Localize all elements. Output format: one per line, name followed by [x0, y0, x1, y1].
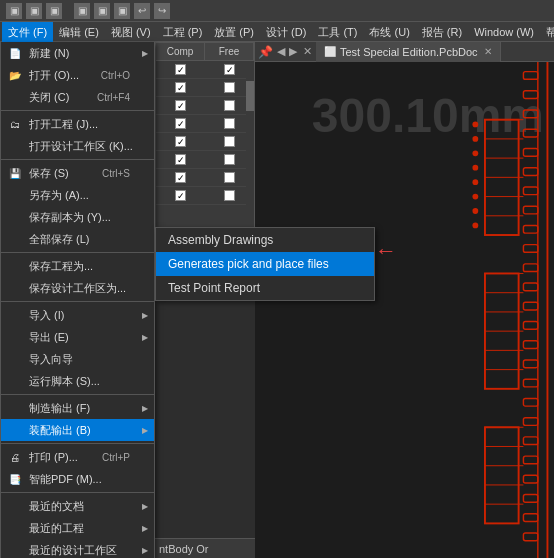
menu-save-copy[interactable]: 保存副本为 (Y)...	[1, 206, 154, 228]
toolbar-icon-7[interactable]: ↩	[134, 3, 150, 19]
assembly-submenu: Assembly Drawings Generates pick and pla…	[155, 227, 375, 301]
scrollbar-v[interactable]	[246, 61, 254, 231]
checkbox-comp-8[interactable]	[175, 190, 186, 201]
menu-help[interactable]: 帮助 (H)	[540, 22, 554, 42]
pcb-traces	[464, 62, 554, 558]
svg-point-48	[472, 136, 478, 142]
checkbox-comp-7[interactable]	[175, 172, 186, 183]
menu-report[interactable]: 报告 (R)	[416, 22, 468, 42]
separator-1	[1, 110, 154, 111]
panel-row-8	[156, 187, 254, 205]
toolbar-icon-2[interactable]: ▣	[26, 3, 42, 19]
svg-rect-15	[523, 322, 537, 330]
menu-export[interactable]: 导出 (E)	[1, 326, 154, 348]
menu-edit[interactable]: 编辑 (E)	[53, 22, 105, 42]
check-comp-1[interactable]	[156, 64, 205, 75]
check-comp-8[interactable]	[156, 190, 205, 201]
toolbar-icon-6[interactable]: ▣	[114, 3, 130, 19]
menu-open-workspace[interactable]: 打开设计工作区 (K)...	[1, 135, 154, 157]
menu-save-workspace-as[interactable]: 保存设计工作区为...	[1, 277, 154, 299]
check-comp-6[interactable]	[156, 154, 205, 165]
pin-icon[interactable]: 📌	[257, 44, 273, 60]
menu-save[interactable]: 💾 保存 (S) Ctrl+S	[1, 162, 154, 184]
submenu-test-point[interactable]: Test Point Report	[156, 276, 374, 300]
checkbox-comp-1[interactable]	[175, 64, 186, 75]
checkbox-free-7[interactable]	[224, 172, 235, 183]
checkbox-free-6[interactable]	[224, 154, 235, 165]
checkbox-free-4[interactable]	[224, 118, 235, 129]
menu-run-script[interactable]: 运行脚本 (S)...	[1, 370, 154, 392]
check-comp-5[interactable]	[156, 136, 205, 147]
svg-rect-6	[523, 149, 537, 157]
menu-window[interactable]: Window (W)	[468, 22, 540, 42]
toolbar-icon-8[interactable]: ↪	[154, 3, 170, 19]
menu-file[interactable]: 文件 (F)	[2, 22, 53, 42]
checkbox-free-2[interactable]	[224, 82, 235, 93]
check-comp-7[interactable]	[156, 172, 205, 183]
check-comp-4[interactable]	[156, 118, 205, 129]
submenu-assembly-drawings[interactable]: Assembly Drawings	[156, 228, 374, 252]
menu-save-all[interactable]: 全部保存 (L)	[1, 228, 154, 250]
tab-arrow-right[interactable]: ▶	[287, 45, 299, 58]
checkbox-comp-5[interactable]	[175, 136, 186, 147]
svg-rect-21	[523, 437, 537, 445]
menu-assembly-output[interactable]: 装配输出 (B)	[1, 419, 154, 441]
pcb-canvas: 300.10mm	[255, 62, 554, 558]
check-comp-2[interactable]	[156, 82, 205, 93]
submenu-pick-place[interactable]: Generates pick and place files	[156, 252, 374, 276]
menu-design[interactable]: 设计 (D)	[260, 22, 312, 42]
tab-pcbdoc[interactable]: ⬜ Test Special Edition.PcbDoc ✕	[316, 42, 501, 62]
menu-place[interactable]: 放置 (P)	[208, 22, 260, 42]
checkbox-comp-6[interactable]	[175, 154, 186, 165]
panel-row-4	[156, 115, 254, 133]
checkbox-comp-2[interactable]	[175, 82, 186, 93]
top-toolbar: ▣ ▣ ▣ ▣ ▣ ▣ ↩ ↪	[0, 0, 554, 22]
separator-4	[1, 301, 154, 302]
check-comp-3[interactable]	[156, 100, 205, 111]
scrollbar-thumb[interactable]	[246, 81, 254, 111]
checkbox-free-3[interactable]	[224, 100, 235, 111]
toolbar-icon-1[interactable]: ▣	[6, 3, 22, 19]
menu-save-as[interactable]: 另存为 (A)...	[1, 184, 154, 206]
menu-import[interactable]: 导入 (I)	[1, 304, 154, 326]
svg-rect-12	[523, 264, 537, 272]
menu-fab-output[interactable]: 制造输出 (F)	[1, 397, 154, 419]
menu-open[interactable]: 📂 打开 (O)... Ctrl+O	[1, 64, 154, 86]
tab-label: Test Special Edition.PcbDoc	[340, 46, 478, 58]
print-shortcut: Ctrl+P	[102, 452, 146, 463]
menu-route[interactable]: 布线 (U)	[363, 22, 415, 42]
tab-close-button[interactable]: ✕	[484, 46, 492, 57]
svg-point-53	[472, 208, 478, 214]
svg-rect-20	[523, 418, 537, 426]
checkbox-comp-4[interactable]	[175, 118, 186, 129]
checkbox-free-8[interactable]	[224, 190, 235, 201]
bottom-status-text: ntBody Or	[159, 543, 209, 555]
menu-tools[interactable]: 工具 (T)	[312, 22, 363, 42]
menu-import-wizard[interactable]: 导入向导	[1, 348, 154, 370]
menu-open-project[interactable]: 🗂 打开工程 (J)...	[1, 113, 154, 135]
checkbox-free-1[interactable]	[224, 64, 235, 75]
menu-recent-docs[interactable]: 最近的文档	[1, 495, 154, 517]
tab-bar: 📌 ◀ ▶ ✕ ⬜ Test Special Edition.PcbDoc ✕	[255, 42, 554, 62]
svg-rect-29	[485, 427, 519, 523]
menu-view[interactable]: 视图 (V)	[105, 22, 157, 42]
toolbar-icon-4[interactable]: ▣	[74, 3, 90, 19]
svg-rect-14	[523, 302, 537, 310]
toolbar-icon-3[interactable]: ▣	[46, 3, 62, 19]
menu-recent-workspaces[interactable]: 最近的设计工作区	[1, 539, 154, 558]
main-area: 📄 新建 (N) 📂 打开 (O)... Ctrl+O 关闭 (C) Ctrl+…	[0, 42, 554, 558]
panel-row-3	[156, 97, 254, 115]
toolbar-icon-5[interactable]: ▣	[94, 3, 110, 19]
checkbox-free-5[interactable]	[224, 136, 235, 147]
menu-project[interactable]: 工程 (P)	[157, 22, 209, 42]
menu-recent-projects[interactable]: 最近的工程	[1, 517, 154, 539]
pdf-icon: 📑	[7, 471, 23, 487]
tab-close-all[interactable]: ✕	[299, 45, 316, 58]
menu-new[interactable]: 📄 新建 (N)	[1, 42, 154, 64]
menu-smart-pdf[interactable]: 📑 智能PDF (M)...	[1, 468, 154, 490]
menu-print[interactable]: 🖨 打印 (P)... Ctrl+P	[1, 446, 154, 468]
menu-save-project-as[interactable]: 保存工程为...	[1, 255, 154, 277]
tab-arrow-left[interactable]: ◀	[275, 45, 287, 58]
menu-close[interactable]: 关闭 (C) Ctrl+F4	[1, 86, 154, 108]
checkbox-comp-3[interactable]	[175, 100, 186, 111]
